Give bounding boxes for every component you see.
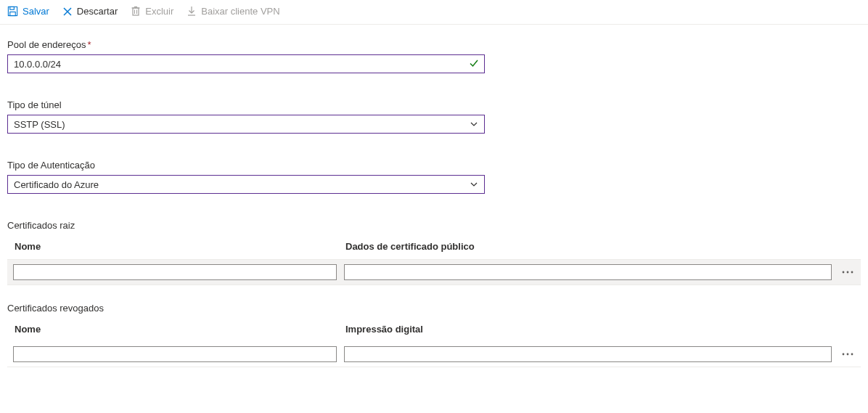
- revoked-certs-col-name: Nome: [15, 324, 345, 335]
- tunnel-type-select[interactable]: SSTP (SSL): [7, 115, 485, 134]
- auth-type-label: Tipo de Autenticação: [7, 160, 861, 171]
- save-icon: [7, 6, 18, 17]
- root-certificates-section: Certificados raiz Nome Dados de certific…: [7, 220, 861, 285]
- svg-point-14: [851, 271, 853, 274]
- revoked-certs-col-thumb: Impressão digital: [345, 324, 861, 335]
- ellipsis-icon: [842, 271, 853, 274]
- delete-label: Excluir: [145, 6, 173, 17]
- auth-type-value: Certificado do Azure: [14, 179, 99, 190]
- tunnel-type-field: Tipo de túnel SSTP (SSL): [7, 99, 861, 134]
- auth-type-select[interactable]: Certificado do Azure: [7, 175, 485, 194]
- revoked-certs-header: Nome Impressão digital: [7, 324, 861, 342]
- revoked-cert-thumb-input[interactable]: [344, 346, 832, 362]
- root-certs-input-row: [7, 259, 861, 285]
- svg-rect-5: [133, 8, 139, 15]
- root-certs-header: Nome Dados de certificado público: [7, 241, 861, 259]
- address-pool-field: Pool de endereços*: [7, 39, 861, 73]
- address-pool-label: Pool de endereços*: [7, 39, 861, 50]
- save-button[interactable]: Salvar: [7, 6, 49, 17]
- required-indicator: *: [87, 39, 91, 50]
- delete-button: Excluir: [131, 6, 173, 17]
- svg-point-13: [847, 271, 849, 274]
- download-icon: [187, 6, 197, 17]
- revoked-certs-heading: Certificados revogados: [7, 303, 861, 314]
- revoked-cert-name-input[interactable]: [13, 346, 337, 362]
- ellipsis-icon: [842, 353, 853, 356]
- svg-point-12: [843, 271, 845, 274]
- svg-point-17: [851, 353, 853, 356]
- tunnel-type-value: SSTP (SSL): [14, 119, 65, 130]
- root-cert-data-input[interactable]: [344, 264, 832, 280]
- save-label: Salvar: [22, 6, 49, 17]
- tunnel-type-label: Tipo de túnel: [7, 99, 861, 110]
- svg-point-16: [847, 353, 849, 356]
- toolbar: Salvar Descartar Excluir: [0, 0, 868, 25]
- download-vpn-button: Baixar cliente VPN: [187, 6, 279, 17]
- address-pool-input[interactable]: [7, 54, 485, 73]
- revoked-certificates-section: Certificados revogados Nome Impressão di…: [7, 303, 861, 367]
- svg-point-15: [843, 353, 845, 356]
- root-certs-heading: Certificados raiz: [7, 220, 861, 231]
- discard-button[interactable]: Descartar: [62, 6, 118, 17]
- root-certs-col-name: Nome: [15, 241, 345, 252]
- more-button[interactable]: [839, 346, 856, 362]
- chevron-down-icon: [470, 120, 478, 131]
- more-button[interactable]: [839, 264, 856, 280]
- download-label: Baixar cliente VPN: [201, 6, 279, 17]
- svg-rect-1: [10, 7, 15, 9]
- root-cert-name-input[interactable]: [13, 264, 337, 280]
- revoked-certs-input-row: [7, 342, 861, 367]
- delete-icon: [131, 6, 141, 17]
- root-certs-col-data: Dados de certificado público: [345, 241, 861, 252]
- discard-label: Descartar: [77, 6, 118, 17]
- chevron-down-icon: [470, 180, 478, 191]
- auth-type-field: Tipo de Autenticação Certificado do Azur…: [7, 160, 861, 194]
- svg-rect-2: [10, 12, 16, 15]
- close-icon: [62, 7, 73, 17]
- content-area: Pool de endereços* Tipo de túnel SSTP (S…: [0, 25, 868, 392]
